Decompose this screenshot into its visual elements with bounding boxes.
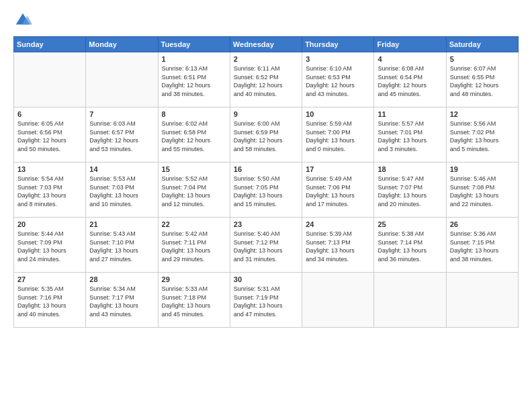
day-number: 10: [306, 110, 370, 118]
day-number: 26: [450, 220, 515, 228]
cal-cell: 30Sunrise: 5:31 AM Sunset: 7:19 PM Dayli…: [230, 273, 302, 328]
cal-cell: 7Sunrise: 6:03 AM Sunset: 6:57 PM Daylig…: [86, 107, 158, 163]
day-number: 12: [450, 110, 515, 118]
day-number: 20: [17, 220, 82, 228]
day-number: 30: [234, 275, 298, 283]
logo-icon: [13, 11, 32, 30]
day-info: Sunrise: 5:50 AM Sunset: 7:05 PM Dayligh…: [234, 175, 298, 208]
cal-cell: 16Sunrise: 5:50 AM Sunset: 7:05 PM Dayli…: [230, 163, 302, 218]
day-info: Sunrise: 5:34 AM Sunset: 7:17 PM Dayligh…: [89, 285, 154, 318]
day-info: Sunrise: 6:00 AM Sunset: 6:59 PM Dayligh…: [234, 120, 298, 153]
logo: [13, 11, 35, 30]
day-number: 29: [162, 275, 226, 283]
day-info: Sunrise: 5:43 AM Sunset: 7:10 PM Dayligh…: [89, 230, 154, 263]
day-info: Sunrise: 5:52 AM Sunset: 7:04 PM Dayligh…: [162, 175, 226, 208]
cal-cell: [86, 52, 158, 107]
week-row-2: 6Sunrise: 6:05 AM Sunset: 6:56 PM Daylig…: [14, 107, 519, 163]
day-info: Sunrise: 6:02 AM Sunset: 6:58 PM Dayligh…: [162, 120, 226, 153]
day-info: Sunrise: 6:05 AM Sunset: 6:56 PM Dayligh…: [17, 120, 82, 153]
cal-cell: [374, 273, 446, 328]
cal-cell: 28Sunrise: 5:34 AM Sunset: 7:17 PM Dayli…: [86, 273, 158, 328]
week-row-5: 27Sunrise: 5:35 AM Sunset: 7:16 PM Dayli…: [14, 273, 519, 328]
cal-cell: 24Sunrise: 5:39 AM Sunset: 7:13 PM Dayli…: [302, 218, 374, 273]
page: SundayMondayTuesdayWednesdayThursdayFrid…: [0, 0, 532, 411]
cal-cell: 17Sunrise: 5:49 AM Sunset: 7:06 PM Dayli…: [302, 163, 374, 218]
day-info: Sunrise: 5:40 AM Sunset: 7:12 PM Dayligh…: [234, 230, 298, 263]
day-info: Sunrise: 5:35 AM Sunset: 7:16 PM Dayligh…: [17, 285, 82, 318]
day-number: 14: [89, 165, 154, 173]
day-info: Sunrise: 6:08 AM Sunset: 6:54 PM Dayligh…: [378, 64, 442, 98]
cal-cell: 10Sunrise: 5:59 AM Sunset: 7:00 PM Dayli…: [302, 107, 374, 163]
day-info: Sunrise: 5:57 AM Sunset: 7:01 PM Dayligh…: [378, 120, 442, 153]
cal-cell: 15Sunrise: 5:52 AM Sunset: 7:04 PM Dayli…: [158, 163, 230, 218]
day-number: 5: [450, 55, 515, 63]
day-number: 22: [162, 220, 226, 228]
cal-cell: 29Sunrise: 5:33 AM Sunset: 7:18 PM Dayli…: [158, 273, 230, 328]
day-number: 11: [378, 110, 442, 118]
cal-cell: 12Sunrise: 5:56 AM Sunset: 7:02 PM Dayli…: [446, 107, 518, 163]
cal-cell: 21Sunrise: 5:43 AM Sunset: 7:10 PM Dayli…: [86, 218, 158, 273]
day-info: Sunrise: 5:54 AM Sunset: 7:03 PM Dayligh…: [17, 175, 82, 208]
day-info: Sunrise: 6:03 AM Sunset: 6:57 PM Dayligh…: [89, 120, 154, 153]
day-number: 1: [162, 55, 226, 63]
day-info: Sunrise: 5:38 AM Sunset: 7:14 PM Dayligh…: [378, 230, 442, 263]
weekday-header-saturday: Saturday: [446, 37, 518, 52]
cal-cell: 2Sunrise: 6:11 AM Sunset: 6:52 PM Daylig…: [230, 52, 302, 107]
calendar-table: SundayMondayTuesdayWednesdayThursdayFrid…: [13, 36, 519, 328]
day-number: 6: [17, 110, 82, 118]
day-number: 28: [89, 275, 154, 283]
cal-cell: 1Sunrise: 6:13 AM Sunset: 6:51 PM Daylig…: [158, 52, 230, 107]
day-number: 13: [17, 165, 82, 173]
day-number: 19: [450, 165, 515, 173]
cal-cell: 14Sunrise: 5:53 AM Sunset: 7:03 PM Dayli…: [86, 163, 158, 218]
cal-cell: 8Sunrise: 6:02 AM Sunset: 6:58 PM Daylig…: [158, 107, 230, 163]
day-number: 4: [378, 55, 442, 63]
day-info: Sunrise: 5:39 AM Sunset: 7:13 PM Dayligh…: [306, 230, 370, 263]
week-row-4: 20Sunrise: 5:44 AM Sunset: 7:09 PM Dayli…: [14, 218, 519, 273]
day-number: 17: [306, 165, 370, 173]
cal-cell: 26Sunrise: 5:36 AM Sunset: 7:15 PM Dayli…: [446, 218, 518, 273]
day-number: 23: [234, 220, 298, 228]
cal-cell: [302, 273, 374, 328]
cal-cell: 18Sunrise: 5:47 AM Sunset: 7:07 PM Dayli…: [374, 163, 446, 218]
day-number: 2: [234, 55, 298, 63]
cal-cell: 5Sunrise: 6:07 AM Sunset: 6:55 PM Daylig…: [446, 52, 518, 107]
day-number: 8: [162, 110, 226, 118]
cal-cell: [446, 273, 518, 328]
day-number: 3: [306, 55, 370, 63]
header: [13, 11, 519, 30]
cal-cell: 9Sunrise: 6:00 AM Sunset: 6:59 PM Daylig…: [230, 107, 302, 163]
cal-cell: 3Sunrise: 6:10 AM Sunset: 6:53 PM Daylig…: [302, 52, 374, 107]
cal-cell: 25Sunrise: 5:38 AM Sunset: 7:14 PM Dayli…: [374, 218, 446, 273]
weekday-header-monday: Monday: [86, 37, 158, 52]
day-info: Sunrise: 6:11 AM Sunset: 6:52 PM Dayligh…: [234, 64, 298, 98]
day-info: Sunrise: 5:31 AM Sunset: 7:19 PM Dayligh…: [234, 285, 298, 318]
weekday-header-sunday: Sunday: [14, 37, 86, 52]
day-number: 25: [378, 220, 442, 228]
day-number: 9: [234, 110, 298, 118]
cal-cell: 27Sunrise: 5:35 AM Sunset: 7:16 PM Dayli…: [14, 273, 86, 328]
day-info: Sunrise: 5:53 AM Sunset: 7:03 PM Dayligh…: [89, 175, 154, 208]
week-row-3: 13Sunrise: 5:54 AM Sunset: 7:03 PM Dayli…: [14, 163, 519, 218]
day-info: Sunrise: 5:44 AM Sunset: 7:09 PM Dayligh…: [17, 230, 82, 263]
cal-cell: 20Sunrise: 5:44 AM Sunset: 7:09 PM Dayli…: [14, 218, 86, 273]
cal-cell: 22Sunrise: 5:42 AM Sunset: 7:11 PM Dayli…: [158, 218, 230, 273]
day-number: 21: [89, 220, 154, 228]
cal-cell: 6Sunrise: 6:05 AM Sunset: 6:56 PM Daylig…: [14, 107, 86, 163]
day-number: 16: [234, 165, 298, 173]
day-info: Sunrise: 5:42 AM Sunset: 7:11 PM Dayligh…: [162, 230, 226, 263]
day-info: Sunrise: 6:10 AM Sunset: 6:53 PM Dayligh…: [306, 64, 370, 98]
day-info: Sunrise: 5:33 AM Sunset: 7:18 PM Dayligh…: [162, 285, 226, 318]
cal-cell: 19Sunrise: 5:46 AM Sunset: 7:08 PM Dayli…: [446, 163, 518, 218]
cal-cell: [14, 52, 86, 107]
weekday-header-wednesday: Wednesday: [230, 37, 302, 52]
weekday-header-friday: Friday: [374, 37, 446, 52]
day-number: 24: [306, 220, 370, 228]
day-number: 7: [89, 110, 154, 118]
cal-cell: 13Sunrise: 5:54 AM Sunset: 7:03 PM Dayli…: [14, 163, 86, 218]
day-number: 18: [378, 165, 442, 173]
day-info: Sunrise: 5:47 AM Sunset: 7:07 PM Dayligh…: [378, 175, 442, 208]
day-number: 15: [162, 165, 226, 173]
day-info: Sunrise: 5:49 AM Sunset: 7:06 PM Dayligh…: [306, 175, 370, 208]
week-row-1: 1Sunrise: 6:13 AM Sunset: 6:51 PM Daylig…: [14, 52, 519, 107]
